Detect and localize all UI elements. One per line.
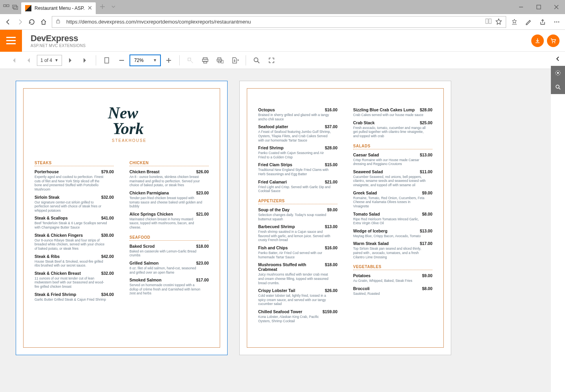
window-maximize-button[interactable]	[530, 0, 547, 14]
window-list-icon[interactable]	[3, 4, 9, 10]
rail-options-button[interactable]	[551, 66, 565, 80]
menu-item-desc: Garlic Butter Grilled Steak & Cajun Frie…	[35, 298, 108, 302]
first-page-button[interactable]	[7, 54, 20, 67]
rail-collapse-button[interactable]	[551, 52, 565, 66]
menu-item: Smoked Salmon$17.00	[129, 278, 209, 282]
menu-item-name: Chilled Seafood Tower	[258, 309, 319, 314]
menu-item-name: Fried Shrimp	[258, 145, 322, 150]
menu-item-price: $25.00	[420, 120, 432, 125]
menu-item-desc: Selection changes daily. Today's soup ro…	[258, 213, 331, 221]
menu-item-desc: Juicy mushrooms stuffed with tender crab…	[258, 272, 331, 285]
page-selector[interactable]: 1 of 4 ▼	[37, 55, 62, 66]
section-header: SEAFOOD	[129, 235, 209, 241]
next-page-button[interactable]	[64, 54, 77, 67]
single-page-button[interactable]	[100, 54, 113, 67]
menu-item-desc: Romaine, Tomato, Red Onion, Cucumbers, F…	[353, 196, 426, 209]
menu-item-price: $21.00	[325, 180, 337, 184]
menu-item-desc: An 8 - ounce boneless, skinless chicken …	[129, 175, 202, 187]
menu-item: Fried Calamari$21.00	[258, 180, 337, 184]
last-page-button[interactable]	[78, 54, 92, 67]
url-input[interactable]	[66, 18, 482, 25]
menu-item-name: Sizzling Blue Crab Cakes Lump	[353, 107, 417, 112]
report-page-1[interactable]: New York STEAKHOUSE STEAKSPorterhouse$79…	[16, 81, 228, 355]
tabs-chevron-icon[interactable]	[111, 4, 116, 11]
menu-item-name: Fried Clam Strips	[258, 162, 322, 167]
highlight-fields-button[interactable]	[184, 54, 197, 67]
menu-item-price: $41.00	[101, 216, 114, 220]
more-icon[interactable]	[553, 18, 560, 25]
menu-item-name: Warm Steak Salad	[353, 241, 417, 246]
prev-page-button[interactable]	[22, 54, 35, 67]
browser-titlebar: Restaurant Menu - ASP.	[0, 0, 565, 14]
zoom-input[interactable]	[133, 57, 151, 64]
nav-back-icon[interactable]	[5, 18, 12, 25]
menu-item-price: $17.00	[420, 241, 432, 246]
menu-item-name: Greek Salad	[353, 191, 419, 195]
svg-text:York: York	[113, 120, 144, 138]
svg-rect-14	[188, 58, 191, 61]
section-header: CHICKEN	[129, 161, 209, 166]
tab-close-icon[interactable]	[88, 5, 92, 11]
address-bar[interactable]	[52, 16, 506, 28]
print-page-button[interactable]	[213, 54, 227, 67]
svg-point-23	[557, 72, 559, 74]
new-tab-icon[interactable]	[100, 4, 105, 11]
menu-item-desc: Crab Cakes served with our house made sa…	[353, 113, 426, 117]
window-minimize-button[interactable]	[512, 0, 530, 14]
notes-icon[interactable]	[525, 18, 532, 25]
menu-item-price: $26.00	[325, 288, 337, 293]
menu-item-price: $9.00	[422, 273, 432, 278]
zoom-out-button[interactable]	[115, 54, 128, 67]
menu-item-price: $30.00	[101, 233, 114, 238]
zoom-in-button[interactable]	[162, 54, 175, 67]
menu-item: Potatoes$9.00	[353, 273, 432, 278]
menu-item-desc: Tender pan-fried chicken breast topped w…	[129, 196, 202, 209]
menu-item-price: $18.00	[325, 262, 337, 272]
print-button[interactable]	[199, 54, 212, 67]
rail-search-button[interactable]	[551, 80, 565, 94]
window-close-button[interactable]	[547, 0, 565, 14]
menu-item-price: $32.00	[101, 195, 114, 200]
menu-item-desc: Fried Light and Crisp. Served with Garli…	[258, 185, 331, 193]
search-button[interactable]	[250, 54, 263, 67]
menu-logo: New York STEAKHOUSE	[35, 98, 209, 155]
menu-item-desc: Fresh shrimp sautéed in a Cajun sauce an…	[258, 230, 331, 242]
viewer-canvas[interactable]: New York STEAKHOUSE STEAKSPorterhouse$79…	[0, 69, 551, 392]
menu-item-price: $26.00	[196, 169, 209, 174]
menu-item-desc: Traditional New England Style Fried Clam…	[258, 168, 331, 176]
dropdown-icon: ▼	[55, 58, 58, 62]
menu-item: Sizzling Blue Crab Cakes Lump$28.00	[353, 107, 432, 112]
favorites-list-icon[interactable]	[511, 18, 518, 25]
download-button[interactable]	[531, 34, 544, 47]
menu-item-desc: Beef Tenderloin Steak & 6 Large Scallops…	[35, 221, 108, 229]
menu-item: Broccoli$8.00	[353, 286, 432, 291]
report-page-2[interactable]: Octopus$16.00Braised in sherry grilled a…	[239, 81, 451, 355]
menu-item-price: $11.00	[420, 169, 432, 174]
browser-address-row	[0, 14, 565, 30]
menu-item-desc: Au Gratin, Whipped, Baked, Steak Fries	[353, 279, 426, 283]
cart-button[interactable]	[547, 34, 560, 47]
fullscreen-button[interactable]	[265, 54, 278, 67]
menu-item-price: $18.00	[196, 244, 209, 249]
svg-point-22	[254, 58, 258, 62]
menu-item: Grilled Salmon$23.00	[129, 261, 209, 265]
window-merge-icon[interactable]	[12, 4, 18, 10]
menu-item-price: $16.00	[325, 107, 337, 112]
menu-item-desc: 8 oz. filet of wild salmon, hand-cut, se…	[129, 266, 202, 274]
site-header: DevExpress ASP.NET MVC EXTENSIONS	[0, 30, 565, 52]
favorite-star-icon[interactable]	[496, 18, 503, 25]
svg-point-9	[556, 21, 558, 22]
nav-home-icon[interactable]	[40, 18, 47, 25]
share-icon[interactable]	[539, 18, 546, 25]
viewer-toolbar: 1 of 4 ▼ ▼ ▾	[0, 52, 565, 69]
menu-item-name: Crab Stack	[353, 120, 417, 125]
menu-item: Seaweed Salad$11.00	[353, 169, 432, 174]
hamburger-button[interactable]	[0, 30, 22, 52]
browser-tab-active[interactable]: Restaurant Menu - ASP.	[21, 2, 96, 14]
zoom-selector[interactable]: ▼	[130, 55, 160, 66]
export-button[interactable]: ▾	[228, 54, 242, 67]
menu-item-price: $8.00	[422, 286, 432, 291]
menu-item-price: $13.00	[325, 224, 337, 229]
nav-refresh-icon[interactable]	[28, 18, 35, 25]
reading-view-icon[interactable]	[485, 18, 492, 25]
